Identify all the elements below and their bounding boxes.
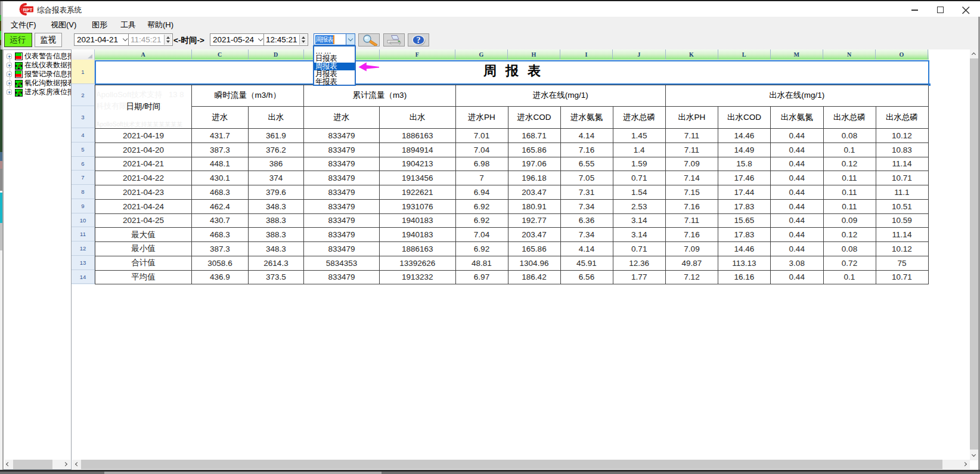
svg-text:?: ? xyxy=(417,36,421,45)
svg-text:RPT: RPT xyxy=(23,7,33,13)
